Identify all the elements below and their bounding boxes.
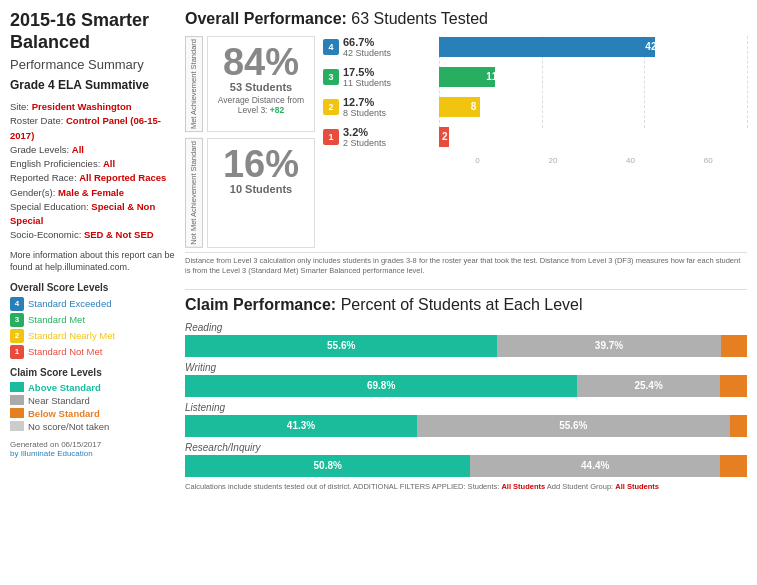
claim-near-2: 55.6% <box>417 415 729 437</box>
claim-legend-box-0 <box>10 382 24 392</box>
bar-value-3: 11 <box>486 67 497 87</box>
legend-label-2: Standard Nearly Met <box>28 330 115 341</box>
claim-legend-box-1 <box>10 395 24 405</box>
claim-legend-3: No score/Not taken <box>10 421 175 432</box>
claim-above-3: 50.8% <box>185 455 470 477</box>
claim-legend-1: Near Standard <box>10 395 175 406</box>
legend-box-4: 4 <box>10 297 24 311</box>
claim-below-0 <box>721 335 747 357</box>
x-axis: 0204060 <box>439 156 747 165</box>
legend-label-4: Standard Exceeded <box>28 298 111 309</box>
claim-legend-2: Below Standard <box>10 408 175 419</box>
level-students-1: 2 Students <box>343 138 386 148</box>
claim-legend-label-0: Above Standard <box>28 382 101 393</box>
not-met-standard-box: 16% 10 Students <box>207 138 315 248</box>
claim-label-1: Writing <box>185 362 747 373</box>
level-row-4: 4 66.7% 42 Students <box>323 36 433 58</box>
claim-bar-3: 50.8% 44.4% <box>185 455 747 477</box>
claim-title: Claim Performance: Percent of Students a… <box>185 296 747 314</box>
claim-row-2: Listening 41.3% 55.6% <box>185 402 747 437</box>
bar-row-4: 42 <box>439 36 747 58</box>
legend-label-3: Standard Met <box>28 314 85 325</box>
claim-near-0: 39.7% <box>497 335 720 357</box>
bar-value-2: 8 <box>471 97 477 117</box>
claim-label-0: Reading <box>185 322 747 333</box>
overall-title: Overall Performance: 63 Students Tested <box>185 10 747 28</box>
report-title: 2015-16 Smarter Balanced <box>10 10 175 53</box>
claim-score-legend: Claim Score Levels Above Standard Near S… <box>10 367 175 432</box>
claim-legend-label-2: Below Standard <box>28 408 100 419</box>
level-pct-1: 3.2% <box>343 126 386 138</box>
claim-row-0: Reading 55.6% 39.7% <box>185 322 747 357</box>
section-divider <box>185 289 747 290</box>
claim-legend-box-2 <box>10 408 24 418</box>
site-info: Site: President Washington Roster Date: … <box>10 100 175 243</box>
level-students-3: 11 Students <box>343 78 391 88</box>
legend-box-1: 1 <box>10 345 24 359</box>
met-percent: 84% <box>216 43 306 81</box>
report-subtitle: Performance Summary <box>10 57 175 72</box>
overall-score-legend: Overall Score Levels 4 Standard Exceeded… <box>10 282 175 359</box>
claim-label-3: Research/Inquiry <box>185 442 747 453</box>
claim-near-1: 25.4% <box>577 375 720 397</box>
legend-level-4: 4 Standard Exceeded <box>10 297 175 311</box>
legend-level-3: 3 Standard Met <box>10 313 175 327</box>
legend-level-2: 2 Standard Nearly Met <box>10 329 175 343</box>
level-box-1: 1 <box>323 129 339 145</box>
bar-row-3: 11 <box>439 66 747 88</box>
legend-box-2: 2 <box>10 329 24 343</box>
met-standard-label: Met Achievement Standard <box>185 36 203 132</box>
claim-bar-1: 69.8% 25.4% <box>185 375 747 397</box>
level-row-1: 1 3.2% 2 Students <box>323 126 433 148</box>
level-box-4: 4 <box>323 39 339 55</box>
bar-fill-4 <box>439 37 655 57</box>
claim-below-3 <box>720 455 747 477</box>
claim-label-2: Listening <box>185 402 747 413</box>
claim-legend-label-3: No score/Not taken <box>28 421 109 432</box>
claim-footnote: Calculations include students tested out… <box>185 482 747 491</box>
footnote: Distance from Level 3 calculation only i… <box>185 252 747 277</box>
level-row-2: 2 12.7% 8 Students <box>323 96 433 118</box>
bar-chart: 42 11 8 2 0204060 <box>439 36 747 165</box>
claim-near-3: 44.4% <box>470 455 720 477</box>
claim-below-1 <box>720 375 747 397</box>
level-students-2: 8 Students <box>343 108 386 118</box>
level-pct-3: 17.5% <box>343 66 391 78</box>
claim-bar-2: 41.3% 55.6% <box>185 415 747 437</box>
level-box-2: 2 <box>323 99 339 115</box>
grade-label: Grade 4 ELA Summative <box>10 78 175 92</box>
claim-above-2: 41.3% <box>185 415 417 437</box>
claim-row-1: Writing 69.8% 25.4% <box>185 362 747 397</box>
level-pct-2: 12.7% <box>343 96 386 108</box>
bar-value-1: 2 <box>442 127 448 147</box>
right-panel: Overall Performance: 63 Students Tested … <box>185 10 747 575</box>
more-info: More information about this report can b… <box>10 249 175 274</box>
overall-legend-title: Overall Score Levels <box>10 282 175 293</box>
overall-section: Overall Performance: 63 Students Tested … <box>185 10 747 277</box>
claim-below-2 <box>730 415 747 437</box>
claim-above-0: 55.6% <box>185 335 497 357</box>
claim-legend-label-1: Near Standard <box>28 395 90 406</box>
level-info: 4 66.7% 42 Students 3 17.5% 11 Students … <box>323 36 433 165</box>
bar-row-2: 8 <box>439 96 747 118</box>
generated-info: Generated on 06/15/2017 by Illuminate Ed… <box>10 440 175 458</box>
legend-level-1: 1 Standard Not Met <box>10 345 175 359</box>
claim-bar-0: 55.6% 39.7% <box>185 335 747 357</box>
left-panel: 2015-16 Smarter Balanced Performance Sum… <box>10 10 175 575</box>
level-students-4: 42 Students <box>343 48 391 58</box>
claim-section: Claim Performance: Percent of Students a… <box>185 296 747 491</box>
met-standard-box: 84% 53 Students Average Distance from Le… <box>207 36 315 132</box>
bar-value-4: 42 <box>645 37 656 57</box>
claim-row-3: Research/Inquiry 50.8% 44.4% <box>185 442 747 477</box>
legend-box-3: 3 <box>10 313 24 327</box>
not-met-percent: 16% <box>216 145 306 183</box>
bar-row-1: 2 <box>439 126 747 148</box>
level-row-3: 3 17.5% 11 Students <box>323 66 433 88</box>
claim-legend-box-3 <box>10 421 24 431</box>
avg-distance: Average Distance from Level 3: +82 <box>216 95 306 115</box>
not-met-standard-label: Not Met Achievement Standard <box>185 138 203 248</box>
claim-legend-0: Above Standard <box>10 382 175 393</box>
level-pct-4: 66.7% <box>343 36 391 48</box>
claim-legend-title: Claim Score Levels <box>10 367 175 378</box>
legend-label-1: Standard Not Met <box>28 346 102 357</box>
